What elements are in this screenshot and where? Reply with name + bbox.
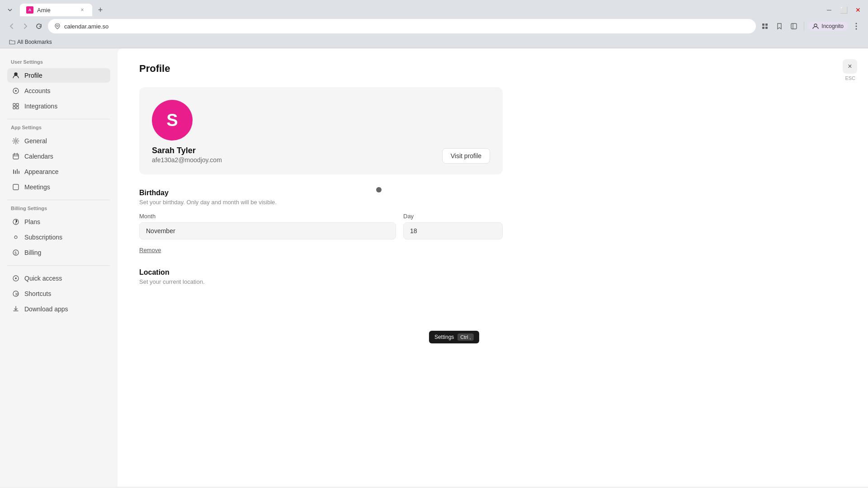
visit-profile-button[interactable]: Visit profile	[442, 148, 490, 164]
sidebar-plans-label: Plans	[24, 218, 40, 225]
svg-point-8	[856, 23, 857, 24]
sidebar-item-meetings[interactable]: Meetings	[7, 180, 110, 194]
sidebar-item-profile[interactable]: Profile	[7, 68, 110, 83]
svg-point-10	[856, 28, 857, 30]
bookmark-button[interactable]	[773, 20, 786, 33]
minimize-button[interactable]: ─	[823, 4, 835, 16]
sidebar-toggle-button[interactable]	[788, 20, 800, 33]
sidebar-item-accounts[interactable]: Accounts	[7, 84, 110, 98]
sidebar-general-label: General	[24, 137, 47, 145]
bookmarks-label: All Bookmarks	[17, 39, 52, 45]
sidebar-divider-1	[7, 119, 110, 119]
sidebar-item-calendars[interactable]: Calendars	[7, 149, 110, 164]
sidebar-item-appearance[interactable]: Appearance	[7, 164, 110, 179]
svg-point-29	[14, 236, 17, 239]
all-bookmarks[interactable]: All Bookmarks	[5, 38, 56, 46]
avatar[interactable]: S	[152, 100, 193, 141]
svg-point-18	[15, 140, 17, 142]
menu-button[interactable]	[850, 20, 863, 33]
profile-info: Sarah Tyler afe130a2@moodjoy.com	[152, 146, 222, 164]
tab-close-button[interactable]: ×	[79, 6, 86, 14]
sidebar-item-quick-access[interactable]: Quick access	[7, 271, 110, 286]
svg-rect-19	[13, 154, 19, 159]
quick-access-icon	[12, 274, 20, 282]
svg-rect-5	[791, 23, 797, 29]
day-input[interactable]: 18	[403, 222, 503, 239]
sidebar-item-download-apps[interactable]: Download apps	[7, 302, 110, 316]
close-button[interactable]: ×	[843, 59, 857, 74]
active-tab[interactable]: A Amie ×	[20, 4, 92, 16]
svg-rect-17	[16, 107, 19, 109]
window-close-button[interactable]: ✕	[852, 4, 864, 16]
maximize-button[interactable]: ⬜	[837, 4, 850, 16]
billing-settings-label: Billing Settings	[7, 206, 110, 211]
svg-rect-2	[765, 23, 768, 26]
profile-email: afe130a2@moodjoy.com	[152, 156, 222, 164]
profile-label: Incognito	[821, 23, 844, 29]
integrations-icon	[12, 102, 20, 110]
sidebar-shortcuts-label: Shortcuts	[24, 290, 51, 297]
day-group: Day 18	[403, 213, 503, 239]
incognito-icon	[812, 23, 819, 29]
sidebar-item-shortcuts[interactable]: ⌘ Shortcuts	[7, 286, 110, 301]
main-panel: × ESC Profile S Sarah Tyler afe130a2@moo…	[118, 48, 868, 487]
forward-button[interactable]	[19, 20, 32, 33]
svg-rect-26	[19, 171, 19, 174]
svg-rect-15	[16, 103, 19, 106]
esc-label: ESC	[845, 75, 855, 81]
extensions-button[interactable]	[759, 20, 771, 33]
birthday-title: Birthday	[139, 189, 503, 197]
location-icon	[54, 23, 61, 29]
svg-rect-27	[13, 184, 19, 190]
svg-rect-3	[762, 27, 764, 29]
svg-rect-4	[765, 27, 768, 29]
svg-point-7	[814, 24, 817, 27]
month-input[interactable]: November	[139, 222, 396, 239]
remove-birthday-link[interactable]: Remove	[139, 247, 161, 253]
back-button[interactable]	[5, 20, 18, 33]
browser-chrome: A Amie × + ─ ⬜ ✕ calendar.amie.so	[0, 0, 868, 48]
svg-point-11	[14, 73, 17, 75]
sidebar-quick-access-label: Quick access	[24, 275, 62, 282]
profile-left: S Sarah Tyler afe130a2@moodjoy.com	[152, 100, 222, 164]
sidebar: User Settings Profile Accounts Integrati…	[0, 48, 118, 487]
sidebar-divider-3	[7, 265, 110, 266]
sidebar-calendars-label: Calendars	[24, 153, 53, 160]
profile-button[interactable]: Incognito	[808, 22, 848, 31]
address-bar[interactable]: calendar.amie.so	[48, 19, 756, 33]
general-icon	[12, 137, 20, 145]
new-tab-button[interactable]: +	[94, 4, 107, 16]
location-section: Location Set your current location.	[139, 268, 503, 285]
nav-right: Incognito	[759, 20, 863, 33]
refresh-button[interactable]	[33, 20, 45, 33]
sidebar-item-billing[interactable]: $ Billing	[7, 245, 110, 260]
svg-point-13	[15, 90, 17, 92]
sidebar-item-integrations[interactable]: Integrations	[7, 99, 110, 113]
month-group: Month November	[139, 213, 396, 239]
svg-rect-25	[17, 169, 18, 174]
tab-favicon: A	[26, 6, 33, 14]
month-label: Month	[139, 213, 396, 220]
birthday-form-row: Month November Day 18	[139, 213, 503, 239]
svg-rect-16	[13, 107, 15, 109]
svg-rect-14	[13, 103, 15, 106]
sidebar-appearance-label: Appearance	[24, 168, 59, 175]
plans-icon	[12, 218, 20, 226]
download-icon	[12, 305, 20, 313]
tab-title: Amie	[37, 7, 75, 14]
sidebar-item-plans[interactable]: Plans	[7, 215, 110, 229]
meetings-icon	[12, 183, 20, 191]
profile-name: Sarah Tyler	[152, 146, 222, 155]
svg-point-33	[15, 277, 17, 279]
svg-text:$: $	[14, 251, 17, 255]
subscriptions-icon	[12, 233, 20, 241]
sidebar-item-subscriptions[interactable]: Subscriptions	[7, 230, 110, 244]
accounts-icon	[12, 87, 20, 95]
tab-bar: A Amie × + ─ ⬜ ✕	[0, 0, 868, 16]
tooltip-shortcut: Ctrl ,	[458, 333, 473, 341]
tab-list-btn[interactable]	[4, 4, 16, 16]
profile-card: S Sarah Tyler afe130a2@moodjoy.com Visit…	[139, 87, 503, 174]
person-icon	[12, 71, 20, 80]
sidebar-item-general[interactable]: General	[7, 134, 110, 148]
svg-text:⌘: ⌘	[15, 292, 19, 296]
